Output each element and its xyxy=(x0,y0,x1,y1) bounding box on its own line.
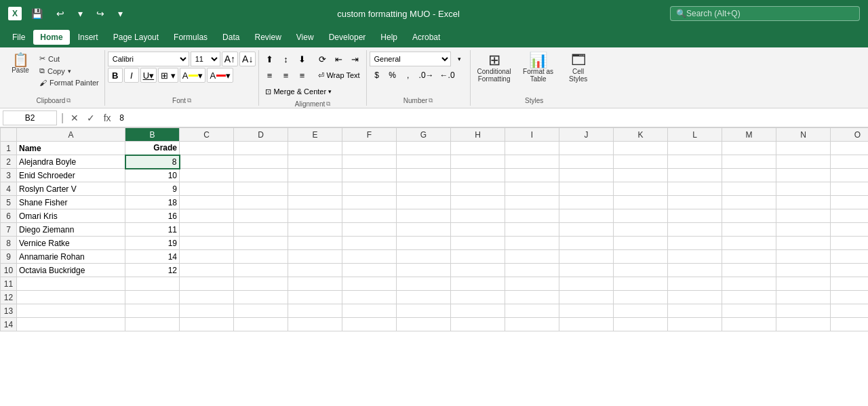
cell-L2[interactable] xyxy=(668,155,722,169)
cell-H11[interactable] xyxy=(451,277,505,291)
cell-H4[interactable] xyxy=(451,182,505,196)
font-shrink-button[interactable]: A↓ xyxy=(239,52,256,66)
cell-E9[interactable] xyxy=(288,250,342,264)
quick-access-more[interactable]: ▾ xyxy=(114,5,127,22)
currency-button[interactable]: $ xyxy=(370,68,384,83)
cell-M6[interactable] xyxy=(722,209,776,223)
cell-N12[interactable] xyxy=(776,291,831,304)
cell-N13[interactable] xyxy=(776,304,831,318)
menu-insert[interactable]: Insert xyxy=(71,30,105,45)
cell-M7[interactable] xyxy=(722,223,776,237)
font-family-select[interactable]: Calibri xyxy=(108,52,189,66)
cell-L12[interactable] xyxy=(668,291,722,304)
col-header-F[interactable]: F xyxy=(342,128,397,142)
cell-O9[interactable] xyxy=(831,250,869,264)
menu-page-layout[interactable]: Page Layout xyxy=(106,30,165,45)
cell-M11[interactable] xyxy=(722,277,776,291)
cell-F13[interactable] xyxy=(342,304,397,318)
cell-L7[interactable] xyxy=(668,223,722,237)
cell-O5[interactable] xyxy=(831,196,869,209)
cell-I8[interactable] xyxy=(505,237,559,250)
cell-H6[interactable] xyxy=(451,209,505,223)
undo-dropdown[interactable]: ▾ xyxy=(74,5,87,22)
cell-E14[interactable] xyxy=(288,318,342,331)
cell-F4[interactable] xyxy=(342,182,397,196)
cell-N7[interactable] xyxy=(776,223,831,237)
cell-H3[interactable] xyxy=(451,169,505,182)
menu-home[interactable]: Home xyxy=(33,30,69,45)
cell-J12[interactable] xyxy=(559,291,614,304)
cell-B3[interactable]: 10 xyxy=(125,169,180,182)
cell-I13[interactable] xyxy=(505,304,559,318)
cell-O12[interactable] xyxy=(831,291,869,304)
cell-G4[interactable] xyxy=(397,182,451,196)
cell-A7[interactable]: Diego Ziemann xyxy=(17,223,125,237)
col-header-N[interactable]: N xyxy=(776,128,831,142)
borders-button[interactable]: ⊞ ▾ xyxy=(158,68,178,83)
font-expand-icon[interactable]: ⧉ xyxy=(187,97,191,104)
col-header-J[interactable]: J xyxy=(559,128,614,142)
cell-A12[interactable] xyxy=(17,291,125,304)
cell-M8[interactable] xyxy=(722,237,776,250)
confirm-edit-button[interactable]: ✓ xyxy=(84,111,98,125)
decrease-decimal-button[interactable]: ←.0 xyxy=(437,68,458,83)
cell-H10[interactable] xyxy=(451,264,505,277)
cell-F8[interactable] xyxy=(342,237,397,250)
redo-button[interactable]: ↪ xyxy=(92,5,108,22)
cell-J5[interactable] xyxy=(559,196,614,209)
cell-B2[interactable]: 8 xyxy=(125,155,180,169)
cell-N6[interactable] xyxy=(776,209,831,223)
col-header-E[interactable]: E xyxy=(288,128,342,142)
cell-E8[interactable] xyxy=(288,237,342,250)
cell-K8[interactable] xyxy=(614,237,668,250)
search-input[interactable] xyxy=(686,9,842,18)
cell-M2[interactable] xyxy=(722,155,776,169)
cell-A14[interactable] xyxy=(17,318,125,331)
cell-reference-box[interactable] xyxy=(3,110,57,125)
undo-button[interactable]: ↩ xyxy=(52,5,68,22)
cell-C14[interactable] xyxy=(180,318,234,331)
cell-K3[interactable] xyxy=(614,169,668,182)
cell-A5[interactable]: Shane Fisher xyxy=(17,196,125,209)
cell-D4[interactable] xyxy=(234,182,288,196)
cell-C3[interactable] xyxy=(180,169,234,182)
cell-N8[interactable] xyxy=(776,237,831,250)
cell-A1[interactable]: Name xyxy=(17,142,125,155)
text-direction-button[interactable]: ⟳ xyxy=(315,52,330,66)
alignment-expand-icon[interactable]: ⧉ xyxy=(326,100,330,108)
cell-K6[interactable] xyxy=(614,209,668,223)
cell-J13[interactable] xyxy=(559,304,614,318)
cell-F3[interactable] xyxy=(342,169,397,182)
cell-D6[interactable] xyxy=(234,209,288,223)
cell-C13[interactable] xyxy=(180,304,234,318)
cell-O6[interactable] xyxy=(831,209,869,223)
cell-J3[interactable] xyxy=(559,169,614,182)
italic-button[interactable]: I xyxy=(124,68,139,83)
cell-D12[interactable] xyxy=(234,291,288,304)
cell-I4[interactable] xyxy=(505,182,559,196)
cell-K12[interactable] xyxy=(614,291,668,304)
cell-F5[interactable] xyxy=(342,196,397,209)
menu-acrobat[interactable]: Acrobat xyxy=(406,30,447,45)
cell-E3[interactable] xyxy=(288,169,342,182)
conditional-formatting-button[interactable]: ⊞ Conditional Formatting xyxy=(473,52,515,84)
cell-A4[interactable]: Roslyn Carter V xyxy=(17,182,125,196)
cell-B5[interactable]: 18 xyxy=(125,196,180,209)
cell-J8[interactable] xyxy=(559,237,614,250)
formula-input[interactable] xyxy=(117,110,865,125)
percent-button[interactable]: % xyxy=(385,68,400,83)
cell-M12[interactable] xyxy=(722,291,776,304)
cell-B13[interactable] xyxy=(125,304,180,318)
font-size-select[interactable]: 11 xyxy=(191,52,220,66)
cell-N11[interactable] xyxy=(776,277,831,291)
cell-N4[interactable] xyxy=(776,182,831,196)
cell-C1[interactable] xyxy=(180,142,234,155)
cell-H12[interactable] xyxy=(451,291,505,304)
cell-G3[interactable] xyxy=(397,169,451,182)
cell-J6[interactable] xyxy=(559,209,614,223)
cell-D3[interactable] xyxy=(234,169,288,182)
col-header-K[interactable]: K xyxy=(614,128,668,142)
insert-function-button[interactable]: fx xyxy=(100,111,114,125)
cell-K4[interactable] xyxy=(614,182,668,196)
cell-C11[interactable] xyxy=(180,277,234,291)
